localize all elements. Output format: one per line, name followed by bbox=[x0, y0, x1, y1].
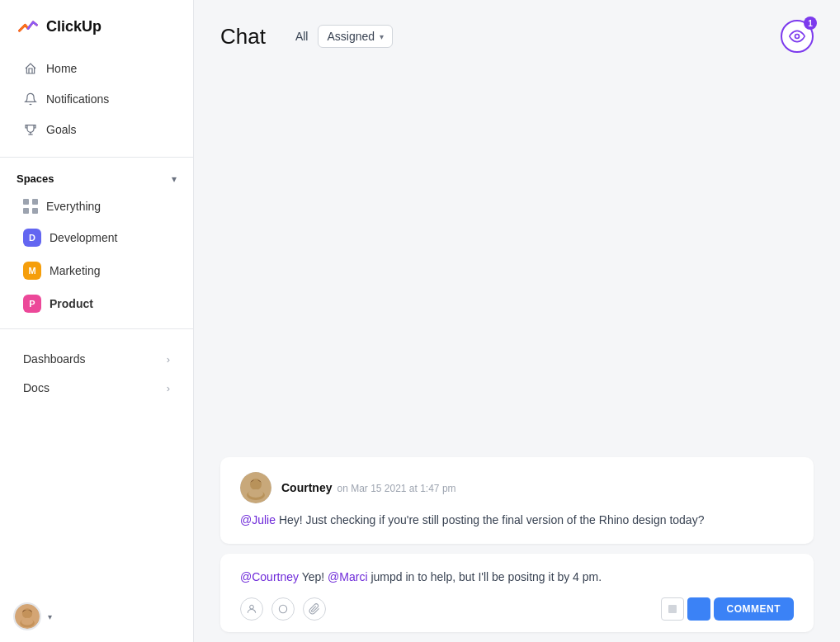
chevron-down-icon: ▾ bbox=[172, 173, 177, 185]
sidebar-item-label-notifications: Notifications bbox=[46, 92, 109, 106]
chevron-right-icon-docs: › bbox=[167, 382, 170, 394]
sidebar-item-label-docs: Docs bbox=[23, 381, 50, 394]
sidebar-item-label-development: Development bbox=[50, 231, 118, 244]
trophy-icon bbox=[23, 122, 38, 137]
sidebar-item-goals[interactable]: Goals bbox=[7, 115, 186, 144]
filter-all-button[interactable]: All bbox=[295, 30, 309, 43]
filter-assigned-label: Assigned bbox=[327, 30, 375, 43]
sidebar-divider-2 bbox=[0, 328, 193, 329]
messages-spacer bbox=[220, 73, 814, 457]
sidebar-navigation: Home Notifications Goals bbox=[0, 50, 193, 149]
avatar-courtney bbox=[240, 472, 271, 503]
sidebar-item-label-goals: Goals bbox=[46, 123, 77, 136]
message-header-1: Courtney on Mar 15 2021 at 1:47 pm bbox=[240, 472, 794, 503]
notification-count-badge: 1 bbox=[804, 17, 817, 30]
clickup-logo-icon bbox=[17, 15, 40, 38]
spaces-header[interactable]: Spaces ▾ bbox=[0, 166, 193, 191]
message-author-line-1: Courtney on Mar 15 2021 at 1:47 pm bbox=[281, 481, 456, 494]
chat-filters: All Assigned ▾ bbox=[295, 25, 393, 48]
grid-dots-icon bbox=[23, 199, 38, 214]
mention-courtney: @Courtney bbox=[240, 570, 299, 583]
svg-point-8 bbox=[248, 489, 263, 498]
svg-point-4 bbox=[795, 35, 800, 39]
svg-rect-12 bbox=[695, 605, 703, 613]
reply-body: @Courtney Yep! @Marci jumpd in to help, … bbox=[240, 569, 794, 586]
mention-julie: @Julie bbox=[240, 513, 276, 526]
page-title: Chat bbox=[220, 24, 266, 50]
svg-rect-11 bbox=[668, 605, 677, 613]
user-menu-chevron: ▾ bbox=[48, 612, 52, 621]
logo-text: ClickUp bbox=[46, 18, 101, 35]
chat-messages-area: Courtney on Mar 15 2021 at 1:47 pm @Juli… bbox=[194, 66, 840, 642]
spaces-label: Spaces bbox=[17, 172, 54, 185]
sidebar-item-dashboards[interactable]: Dashboards › bbox=[7, 345, 186, 373]
sidebar-item-product[interactable]: P Product bbox=[7, 288, 186, 319]
sidebar-item-everything[interactable]: Everything bbox=[7, 192, 186, 220]
sidebar-item-home[interactable]: Home bbox=[7, 54, 186, 83]
sidebar-section-dashboards: Dashboards › Docs › bbox=[0, 344, 193, 403]
user-icon-button[interactable] bbox=[240, 597, 263, 621]
message-meta-1: Courtney on Mar 15 2021 at 1:47 pm bbox=[281, 481, 456, 494]
sidebar-footer[interactable]: ▾ bbox=[0, 591, 193, 642]
sidebar-item-label-product: Product bbox=[50, 297, 93, 310]
svg-point-1 bbox=[22, 608, 32, 618]
sidebar-divider-1 bbox=[0, 157, 193, 158]
space-badge-product: P bbox=[23, 295, 41, 313]
sidebar-item-development[interactable]: D Development bbox=[7, 222, 186, 253]
attachment-icon-button[interactable] bbox=[303, 597, 326, 621]
avatar bbox=[13, 602, 41, 630]
message-body-1: @Julie Hey! Just checking if you're stil… bbox=[240, 512, 794, 529]
logo[interactable]: ClickUp bbox=[0, 0, 193, 50]
reply-text2: jumpd in to help, but I'll be positng it… bbox=[368, 570, 602, 583]
message-author-1: Courtney bbox=[281, 481, 332, 494]
user-icon bbox=[246, 603, 257, 615]
chat-header: Chat All Assigned ▾ 1 bbox=[194, 0, 840, 66]
eye-icon bbox=[789, 28, 805, 45]
bell-icon bbox=[23, 92, 38, 106]
dashboards-left: Dashboards bbox=[23, 352, 86, 366]
comment-tools: COMMENT bbox=[661, 597, 795, 621]
paperclip-icon bbox=[309, 603, 320, 615]
tool-button-1[interactable] bbox=[661, 597, 684, 621]
chevron-down-icon-filter: ▾ bbox=[380, 32, 384, 41]
docs-left: Docs bbox=[23, 381, 50, 394]
sidebar-item-label-everything: Everything bbox=[46, 200, 101, 213]
circle-icon-button[interactable] bbox=[271, 597, 295, 621]
message-time-1: on Mar 15 2021 at 1:47 pm bbox=[337, 483, 455, 494]
reply-card: @Courtney Yep! @Marci jumpd in to help, … bbox=[220, 554, 814, 632]
tool-button-2[interactable] bbox=[687, 597, 710, 621]
chevron-right-icon: › bbox=[167, 353, 170, 366]
svg-point-9 bbox=[250, 605, 254, 609]
comment-button[interactable]: COMMENT bbox=[714, 597, 795, 621]
svg-point-6 bbox=[250, 479, 262, 490]
space-badge-development: D bbox=[23, 229, 41, 247]
notification-bell-wrapper: 1 bbox=[781, 20, 814, 53]
tool-icon-2 bbox=[695, 605, 703, 613]
reply-actions: COMMENT bbox=[240, 597, 794, 621]
tool-icon-1 bbox=[668, 605, 677, 613]
svg-point-3 bbox=[21, 618, 33, 625]
message-card-1: Courtney on Mar 15 2021 at 1:47 pm @Juli… bbox=[220, 457, 814, 544]
space-badge-marketing: M bbox=[23, 262, 41, 280]
circle-icon bbox=[277, 603, 289, 615]
svg-point-10 bbox=[279, 605, 286, 612]
sidebar: ClickUp Home Notifications Goals Spaces bbox=[0, 0, 194, 642]
sidebar-item-notifications[interactable]: Notifications bbox=[7, 84, 186, 114]
message-text-1: Hey! Just checking if you're still posti… bbox=[276, 513, 704, 526]
sidebar-item-docs[interactable]: Docs › bbox=[7, 374, 186, 402]
sidebar-item-label-home: Home bbox=[46, 62, 77, 75]
sidebar-item-marketing[interactable]: M Marketing bbox=[7, 255, 186, 286]
main-content: Chat All Assigned ▾ 1 bbox=[194, 0, 840, 642]
sidebar-item-label-dashboards: Dashboards bbox=[23, 352, 86, 366]
sidebar-item-label-marketing: Marketing bbox=[50, 264, 100, 277]
mention-marci: @Marci bbox=[328, 570, 367, 583]
home-icon bbox=[23, 61, 38, 76]
filter-assigned-dropdown[interactable]: Assigned ▾ bbox=[318, 25, 393, 48]
reply-text1: Yep! bbox=[299, 570, 328, 583]
